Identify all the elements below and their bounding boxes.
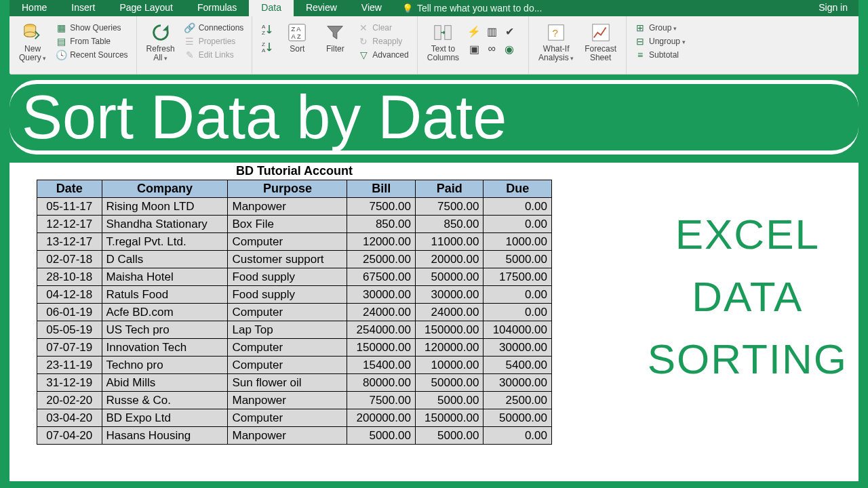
refresh-all-button[interactable]: RefreshAll bbox=[144, 20, 178, 64]
cell-company[interactable]: BD Expo Ltd bbox=[102, 409, 228, 427]
cell-purpose[interactable]: Customer support bbox=[228, 251, 347, 268]
cell-due[interactable]: 1000.00 bbox=[484, 233, 552, 251]
cell-date[interactable]: 05-11-17 bbox=[37, 198, 102, 216]
cell-date[interactable]: 07-07-19 bbox=[37, 339, 102, 357]
cell-company[interactable]: US Tech pro bbox=[102, 321, 228, 339]
col-date[interactable]: Date bbox=[37, 180, 102, 198]
forecast-sheet-button[interactable]: ForecastSheet bbox=[582, 20, 619, 64]
cell-bill[interactable]: 25000.00 bbox=[347, 251, 416, 268]
cell-due[interactable]: 2500.00 bbox=[484, 392, 552, 409]
cell-bill[interactable]: 30000.00 bbox=[347, 286, 416, 304]
sort-asc-button[interactable]: AZ bbox=[259, 22, 275, 37]
tab-review[interactable]: Review bbox=[294, 0, 349, 16]
cell-due[interactable]: 104000.00 bbox=[484, 321, 552, 339]
col-purpose[interactable]: Purpose bbox=[228, 180, 347, 198]
cell-bill[interactable]: 150000.00 bbox=[347, 339, 416, 357]
table-row[interactable]: 07-04-20Hasans HousingManpower5000.00500… bbox=[37, 427, 552, 445]
table-row[interactable]: 20-02-20Russe & Co.Manpower7500.005000.0… bbox=[37, 392, 552, 409]
cell-purpose[interactable]: Manpower bbox=[228, 392, 347, 409]
tell-me-search[interactable]: 💡Tell me what you want to do... bbox=[394, 0, 550, 16]
cell-date[interactable]: 05-05-19 bbox=[37, 321, 102, 339]
cell-paid[interactable]: 7500.00 bbox=[415, 198, 484, 216]
cell-paid[interactable]: 5000.00 bbox=[415, 392, 484, 409]
cell-date[interactable]: 31-12-19 bbox=[37, 374, 102, 392]
cell-company[interactable]: Russe & Co. bbox=[102, 392, 228, 409]
cell-paid[interactable]: 24000.00 bbox=[415, 304, 484, 321]
cell-paid[interactable]: 20000.00 bbox=[415, 251, 484, 268]
cell-bill[interactable]: 80000.00 bbox=[347, 374, 416, 392]
cell-paid[interactable]: 50000.00 bbox=[415, 374, 484, 392]
cell-due[interactable]: 0.00 bbox=[484, 198, 552, 216]
cell-due[interactable]: 30000.00 bbox=[484, 374, 552, 392]
table-row[interactable]: 02-07-18D CallsCustomer support25000.002… bbox=[37, 251, 552, 268]
table-row[interactable]: 06-01-19Acfe BD.comComputer24000.0024000… bbox=[37, 304, 552, 321]
cell-purpose[interactable]: Manpower bbox=[228, 427, 347, 445]
cell-date[interactable]: 04-12-18 bbox=[37, 286, 102, 304]
cell-due[interactable]: 50000.00 bbox=[484, 409, 552, 427]
cell-bill[interactable]: 5000.00 bbox=[347, 427, 416, 445]
tab-view[interactable]: View bbox=[349, 0, 394, 16]
from-table-button[interactable]: ▤From Table bbox=[54, 35, 129, 47]
cell-company[interactable]: Shandha Stationary bbox=[102, 216, 228, 233]
recent-sources-button[interactable]: 🕓Recent Sources bbox=[54, 49, 129, 61]
cell-due[interactable]: 17500.00 bbox=[484, 268, 552, 286]
table-row[interactable]: 28-10-18Maisha HotelFood supply67500.005… bbox=[37, 268, 552, 286]
edit-links-button[interactable]: ✎Edit Links bbox=[183, 49, 245, 61]
cell-bill[interactable]: 850.00 bbox=[347, 216, 416, 233]
cell-due[interactable]: 0.00 bbox=[484, 427, 552, 445]
sort-desc-button[interactable]: ZA bbox=[259, 39, 275, 54]
cell-due[interactable]: 0.00 bbox=[484, 216, 552, 233]
cell-paid[interactable]: 5000.00 bbox=[415, 427, 484, 445]
table-row[interactable]: 05-11-17Rising Moon LTDManpower7500.0075… bbox=[37, 198, 552, 216]
properties-button[interactable]: ☰Properties bbox=[183, 35, 245, 47]
cell-due[interactable]: 0.00 bbox=[484, 286, 552, 304]
cell-bill[interactable]: 254000.00 bbox=[347, 321, 416, 339]
cell-bill[interactable]: 12000.00 bbox=[347, 233, 416, 251]
cell-bill[interactable]: 24000.00 bbox=[347, 304, 416, 321]
sign-in-button[interactable]: Sign in bbox=[808, 0, 859, 16]
filter-button[interactable]: Filter bbox=[319, 20, 351, 55]
cell-date[interactable]: 28-10-18 bbox=[37, 268, 102, 286]
cell-company[interactable]: Ratuls Food bbox=[102, 286, 228, 304]
consolidate-icon[interactable]: ▣ bbox=[467, 42, 481, 56]
col-due[interactable]: Due bbox=[484, 180, 552, 198]
cell-company[interactable]: Maisha Hotel bbox=[102, 268, 228, 286]
group-button[interactable]: ⊞Group bbox=[633, 22, 687, 34]
remove-dupes-icon[interactable]: ▥ bbox=[485, 24, 498, 38]
cell-date[interactable]: 07-04-20 bbox=[37, 427, 102, 445]
cell-due[interactable]: 30000.00 bbox=[484, 339, 552, 357]
cell-purpose[interactable]: Computer bbox=[228, 339, 347, 357]
data-model-icon[interactable]: ◉ bbox=[502, 42, 516, 56]
col-company[interactable]: Company bbox=[102, 180, 228, 198]
connections-button[interactable]: 🔗Connections bbox=[183, 22, 245, 34]
cell-date[interactable]: 20-02-20 bbox=[37, 392, 102, 409]
table-row[interactable]: 04-12-18Ratuls FoodFood supply30000.0030… bbox=[37, 286, 552, 304]
col-bill[interactable]: Bill bbox=[347, 180, 416, 198]
cell-purpose[interactable]: Box File bbox=[228, 216, 347, 233]
subtotal-button[interactable]: ≡Subtotal bbox=[633, 49, 687, 61]
cell-purpose[interactable]: Lap Top bbox=[228, 321, 347, 339]
reapply-button[interactable]: ↻Reapply bbox=[357, 35, 410, 47]
sort-button[interactable]: Z AA Z Sort bbox=[281, 20, 313, 55]
cell-date[interactable]: 23-11-19 bbox=[37, 357, 102, 374]
what-if-button[interactable]: ? What-IfAnalysis bbox=[536, 20, 576, 64]
cell-company[interactable]: Innovation Tech bbox=[102, 339, 228, 357]
table-row[interactable]: 13-12-17T.regal Pvt. Ltd.Computer12000.0… bbox=[37, 233, 552, 251]
data-valid-icon[interactable]: ✔ bbox=[502, 24, 516, 38]
table-row[interactable]: 07-07-19Innovation TechComputer150000.00… bbox=[37, 339, 552, 357]
cell-date[interactable]: 02-07-18 bbox=[37, 251, 102, 268]
table-row[interactable]: 31-12-19Abid MillsSun flower oil80000.00… bbox=[37, 374, 552, 392]
table-row[interactable]: 05-05-19US Tech proLap Top254000.0015000… bbox=[37, 321, 552, 339]
cell-paid[interactable]: 50000.00 bbox=[415, 268, 484, 286]
cell-purpose[interactable]: Sun flower oil bbox=[228, 374, 347, 392]
cell-date[interactable]: 12-12-17 bbox=[37, 216, 102, 233]
text-to-columns-button[interactable]: Text toColumns bbox=[425, 20, 462, 64]
cell-paid[interactable]: 10000.00 bbox=[415, 357, 484, 374]
table-row[interactable]: 03-04-20BD Expo LtdComputer200000.001500… bbox=[37, 409, 552, 427]
cell-purpose[interactable]: Computer bbox=[228, 233, 347, 251]
show-queries-button[interactable]: ▦Show Queries bbox=[54, 22, 129, 34]
clear-button[interactable]: ✕Clear bbox=[357, 22, 410, 34]
tab-home[interactable]: Home bbox=[9, 0, 59, 16]
cell-bill[interactable]: 7500.00 bbox=[347, 198, 416, 216]
cell-date[interactable]: 03-04-20 bbox=[37, 409, 102, 427]
